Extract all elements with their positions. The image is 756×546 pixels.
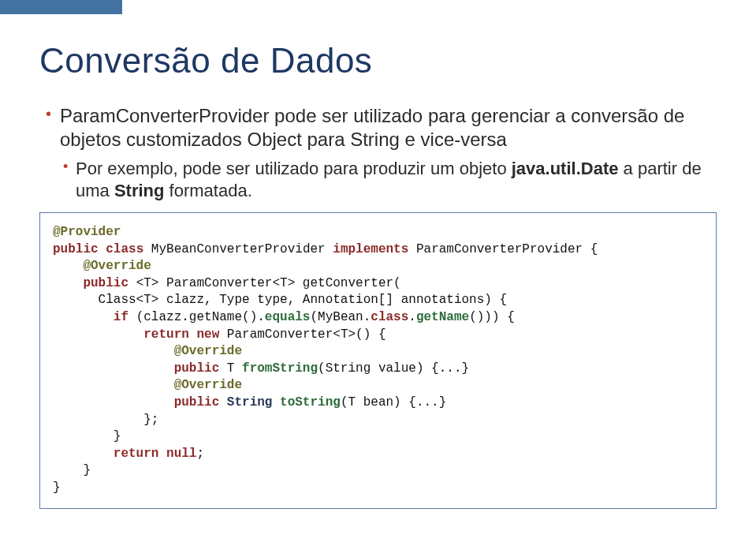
kw-equals: equals: [265, 310, 311, 324]
kw-if: if: [114, 310, 128, 324]
slide-title: Conversão de Dados: [39, 41, 717, 80]
kw-class2: class: [371, 310, 408, 324]
bullet-2-part1: Por exemplo, pode ser utilizado para pro…: [76, 159, 512, 178]
accent-bar: [0, 0, 122, 14]
bullet-2-bold2: String: [114, 181, 165, 200]
kw-public: public: [53, 242, 99, 256]
class-name: MyBeanConverterProvider: [151, 242, 326, 256]
cond-b: (MyBean.: [310, 310, 371, 324]
bullet-2-bold1: java.util.Date: [512, 159, 619, 178]
kw-public2: public: [83, 276, 128, 290]
kw-string: String: [227, 395, 273, 410]
kw-null: null: [166, 447, 196, 461]
bullet-2-part3: formatada.: [164, 181, 251, 200]
iface-name: ParamConverterProvider {: [416, 242, 598, 256]
bullet-list: ParamConverterProvider pode ser utilizad…: [44, 104, 717, 201]
kw-override2: @Override: [174, 344, 242, 358]
from-a: T: [227, 361, 242, 376]
method-sig: <T> ParamConverter<T> getConverter(: [136, 276, 401, 290]
bullet-1: ParamConverterProvider pode ser utilizad…: [44, 104, 717, 151]
kw-return: return: [143, 327, 189, 342]
kw-override1: @Override: [83, 259, 151, 273]
close-if: }: [114, 429, 121, 443]
code-block: @Provider public class MyBeanConverterPr…: [39, 212, 717, 509]
from-b: (String value) {...}: [318, 361, 469, 376]
kw-public3: public: [174, 361, 220, 376]
bullet-2: Por exemplo, pode ser utilizado para pro…: [44, 158, 717, 201]
kw-return2: return: [114, 447, 159, 461]
kw-class: class: [106, 242, 143, 256]
anon: ParamConverter<T>() {: [227, 327, 386, 342]
kw-tostring: toString: [280, 395, 341, 410]
params: Class<T> clazz, Type type, Annotation[] …: [99, 293, 507, 307]
kw-annotation: @Provider: [53, 225, 121, 239]
to-b: (T bean) {...}: [341, 395, 446, 410]
kw-override3: @Override: [174, 378, 242, 392]
semi: ;: [196, 447, 204, 461]
cond-c: .: [408, 310, 416, 324]
close-class: }: [53, 481, 61, 495]
kw-implements: implements: [333, 242, 408, 256]
close-method: }: [83, 463, 91, 477]
cond-a: (clazz.getName().: [136, 310, 265, 324]
close-anon: };: [143, 413, 158, 427]
kw-new: new: [196, 327, 219, 342]
kw-fromstring: fromString: [242, 361, 318, 376]
kw-public4: public: [174, 395, 220, 410]
kw-getname: getName: [416, 310, 469, 324]
cond-d: ())) {: [469, 310, 515, 324]
